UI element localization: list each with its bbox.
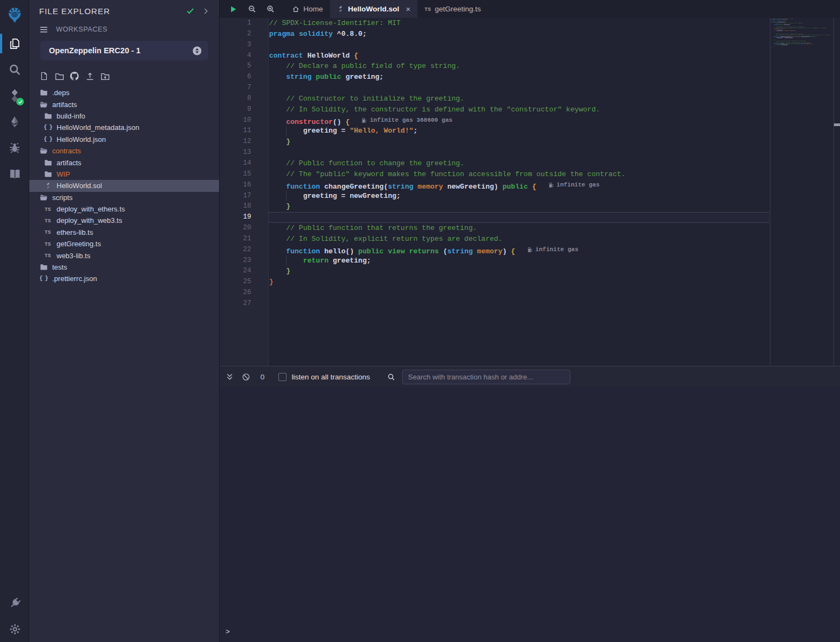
line-number[interactable]: 25 bbox=[220, 277, 268, 288]
upload-folder-button[interactable] bbox=[100, 71, 110, 81]
code-line-27[interactable] bbox=[269, 298, 769, 309]
line-number[interactable]: 5 bbox=[220, 61, 268, 72]
code-line-19[interactable] bbox=[269, 212, 769, 223]
iconbar-item-remix-logo[interactable] bbox=[0, 0, 29, 30]
tree-item-HelloWorld.sol[interactable]: HelloWorld.sol bbox=[29, 180, 219, 191]
editor-scrollbar[interactable] bbox=[833, 18, 840, 366]
code-line-9[interactable]: // In Solidity, the constructor is defin… bbox=[269, 104, 769, 115]
line-number[interactable]: 24 bbox=[220, 266, 268, 277]
code-line-10[interactable]: constructor() {infinite gas 368600 gas bbox=[269, 115, 769, 126]
code-line-25[interactable]: } bbox=[269, 277, 769, 288]
tree-item-deploy_with_web3.ts[interactable]: TSdeploy_with_web3.ts bbox=[29, 215, 219, 226]
tree-item-web3-lib.ts[interactable]: TSweb3-lib.ts bbox=[29, 250, 219, 261]
line-number[interactable]: 10 bbox=[220, 115, 268, 126]
line-number[interactable]: 17 bbox=[220, 191, 268, 202]
code-line-7[interactable] bbox=[269, 83, 769, 94]
code-line-11[interactable]: greeting = "Hello, World!"; bbox=[269, 126, 769, 136]
line-number[interactable]: 3 bbox=[220, 40, 268, 51]
iconbar-item-search[interactable] bbox=[0, 57, 29, 83]
iconbar-item-solidity-compiler[interactable] bbox=[0, 83, 29, 109]
hamburger-menu-icon[interactable] bbox=[39, 25, 48, 34]
line-number[interactable]: 13 bbox=[220, 147, 268, 158]
tree-item-WIP[interactable]: WIP bbox=[29, 169, 219, 180]
code-line-20[interactable]: // Public function that returns the gree… bbox=[269, 223, 769, 234]
zoom-in-button[interactable] bbox=[261, 0, 279, 18]
tree-item-ethers-lib.ts[interactable]: TSethers-lib.ts bbox=[29, 227, 219, 238]
line-number[interactable]: 23 bbox=[220, 255, 268, 266]
code-line-16[interactable]: function changeGreeting(string memory ne… bbox=[269, 180, 769, 191]
line-number[interactable]: 6 bbox=[220, 72, 268, 83]
terminal-search-input[interactable] bbox=[402, 370, 570, 384]
upload-file-button[interactable] bbox=[85, 71, 95, 81]
listen-transactions-checkbox[interactable] bbox=[278, 373, 287, 381]
code-line-24[interactable]: } bbox=[269, 266, 769, 277]
line-number[interactable]: 22 bbox=[220, 245, 268, 255]
minimap[interactable]: // SPDX-License-Identifier: MITpragma so… bbox=[770, 18, 833, 366]
line-number[interactable]: 12 bbox=[220, 136, 268, 147]
editor-tab-Home[interactable]: Home bbox=[285, 0, 330, 18]
new-file-button[interactable] bbox=[39, 71, 49, 81]
code-line-17[interactable]: greeting = newGreeting; bbox=[269, 191, 769, 202]
code-line-14[interactable]: // Public function to change the greetin… bbox=[269, 158, 769, 169]
tree-item-.deps[interactable]: .deps bbox=[29, 87, 219, 98]
close-tab-icon[interactable]: × bbox=[406, 4, 410, 14]
tree-item-build-info[interactable]: build-info bbox=[29, 110, 219, 122]
iconbar-item-deploy-run[interactable] bbox=[0, 109, 29, 135]
line-number[interactable]: 16 bbox=[220, 180, 268, 191]
workspace-toggle-icon[interactable] bbox=[192, 46, 202, 55]
code-line-12[interactable]: } bbox=[269, 136, 769, 147]
code-line-3[interactable] bbox=[269, 40, 769, 51]
tree-item-artifacts[interactable]: artifacts bbox=[29, 98, 219, 110]
tree-item-tests[interactable]: tests bbox=[29, 261, 219, 273]
code-line-18[interactable]: } bbox=[269, 201, 769, 212]
scrollbar-handle[interactable] bbox=[834, 123, 840, 126]
chevron-right-icon[interactable] bbox=[202, 8, 209, 15]
line-number[interactable]: 26 bbox=[220, 288, 268, 298]
green-check-icon[interactable] bbox=[186, 7, 195, 15]
line-number[interactable]: 11 bbox=[220, 126, 268, 136]
tree-item-contracts[interactable]: contracts bbox=[29, 145, 219, 157]
code-line-22[interactable]: function hello() public view returns (st… bbox=[269, 245, 769, 255]
code-line-21[interactable]: // In Solidity, explicit return types ar… bbox=[269, 234, 769, 245]
tree-item-deploy_with_ethers.ts[interactable]: TSdeploy_with_ethers.ts bbox=[29, 203, 219, 215]
code-line-26[interactable] bbox=[269, 288, 769, 298]
iconbar-item-debugger[interactable] bbox=[0, 135, 29, 161]
line-number[interactable]: 21 bbox=[220, 234, 268, 245]
tree-item-HelloWorld_metadata.json[interactable]: { }HelloWorld_metadata.json bbox=[29, 122, 219, 133]
tree-item-getGreeting.ts[interactable]: TSgetGreeting.ts bbox=[29, 238, 219, 250]
iconbar-item-settings[interactable] bbox=[0, 616, 29, 642]
line-number[interactable]: 15 bbox=[220, 169, 268, 180]
terminal-output[interactable]: > bbox=[220, 387, 840, 642]
line-number-gutter[interactable]: 1234567891011121314151617181920212223242… bbox=[220, 18, 268, 366]
clone-github-button[interactable] bbox=[70, 71, 79, 81]
code-line-15[interactable]: // The "public" keyword makes the functi… bbox=[269, 169, 769, 180]
tree-item-scripts[interactable]: scripts bbox=[29, 192, 219, 203]
line-number[interactable]: 1 bbox=[220, 18, 268, 29]
code-line-8[interactable]: // Constructor to initialize the greetin… bbox=[269, 94, 769, 104]
line-number[interactable]: 8 bbox=[220, 94, 268, 104]
editor-tab-HelloWorld.sol[interactable]: HelloWorld.sol× bbox=[330, 0, 418, 18]
tree-item-artifacts[interactable]: artifacts bbox=[29, 157, 219, 168]
line-number[interactable]: 18 bbox=[220, 201, 268, 212]
line-number[interactable]: 9 bbox=[220, 104, 268, 115]
line-number[interactable]: 19 bbox=[220, 212, 268, 223]
line-number[interactable]: 4 bbox=[220, 51, 268, 61]
code-line-13[interactable] bbox=[269, 147, 769, 158]
tree-item-.prettierrc.json[interactable]: { }.prettierrc.json bbox=[29, 273, 219, 284]
collapse-terminal-icon[interactable] bbox=[226, 373, 234, 381]
clear-console-icon[interactable] bbox=[242, 373, 250, 381]
workspace-select[interactable]: OpenZeppelin ERC20 - 1 bbox=[40, 41, 208, 60]
code-line-6[interactable]: string public greeting; bbox=[269, 72, 769, 83]
line-number[interactable]: 20 bbox=[220, 223, 268, 234]
line-number[interactable]: 27 bbox=[220, 298, 268, 309]
zoom-out-button[interactable] bbox=[242, 0, 261, 18]
code-line-23[interactable]: return greeting; bbox=[269, 255, 769, 266]
code-line-5[interactable]: // Declare a public field of type string… bbox=[269, 61, 769, 72]
new-folder-button[interactable] bbox=[54, 71, 64, 81]
run-script-button[interactable] bbox=[224, 0, 242, 18]
line-number[interactable]: 2 bbox=[220, 29, 268, 40]
iconbar-item-solidity-unit-testing[interactable] bbox=[0, 161, 29, 187]
iconbar-item-file-explorer[interactable] bbox=[0, 30, 29, 57]
tree-item-HelloWorld.json[interactable]: { }HelloWorld.json bbox=[29, 134, 219, 145]
line-number[interactable]: 14 bbox=[220, 158, 268, 169]
